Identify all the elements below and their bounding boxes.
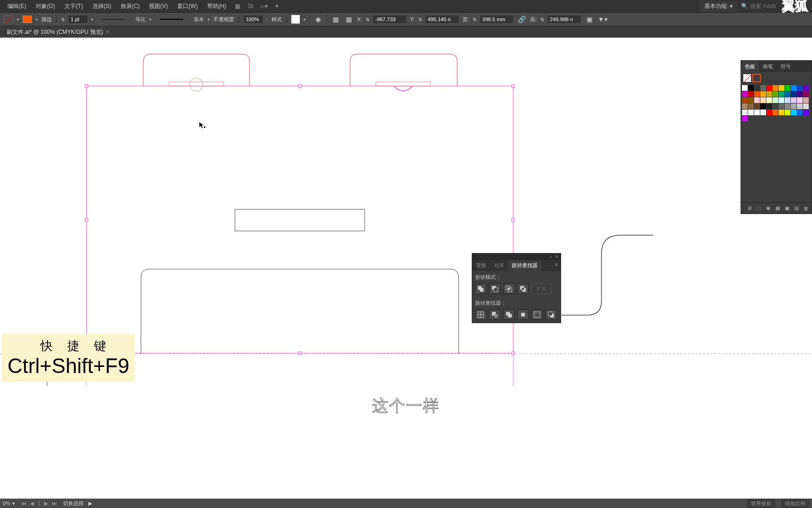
merge-button[interactable] (503, 310, 515, 320)
swatch-item[interactable] (779, 110, 784, 115)
swatch-item[interactable] (791, 97, 796, 103)
canvas[interactable]: 快 捷 键 Ctrl+Shift+F9 这个一样 (0, 38, 812, 499)
swatch-item[interactable] (773, 110, 778, 115)
swatch-item[interactable] (742, 110, 748, 115)
close-icon[interactable]: ✕ (555, 254, 559, 259)
fill-picker-none[interactable] (743, 74, 751, 82)
brush-definition[interactable] (155, 16, 188, 22)
swatch-item[interactable] (766, 85, 772, 91)
swatch-item[interactable] (742, 97, 748, 103)
swatch-item[interactable] (754, 97, 760, 103)
crop-button[interactable] (517, 310, 529, 320)
swatch-item[interactable] (791, 91, 796, 97)
swatch-item[interactable] (760, 110, 766, 115)
swatch-item[interactable] (779, 91, 784, 97)
swatch-item[interactable] (766, 110, 772, 115)
swatch-item[interactable] (791, 85, 796, 91)
swatch-item[interactable] (754, 110, 760, 115)
tab-symbols[interactable]: 符号 (777, 61, 795, 72)
w-field[interactable] (480, 16, 513, 23)
swatch-item[interactable] (803, 85, 809, 91)
swatch-item[interactable] (773, 91, 778, 97)
menu-object[interactable]: 对象(O) (32, 0, 59, 12)
swatches-panel[interactable]: 色板 画笔 符号 ⊞ ⬚ ◉ ▦ ▣ ▤ 🗑 (741, 60, 812, 214)
recolor-icon[interactable]: ◉ (313, 15, 323, 24)
gpu-icon[interactable]: ✦ (271, 1, 282, 11)
swatch-item[interactable] (785, 91, 790, 97)
swatch-item[interactable] (760, 97, 766, 103)
swatch-item[interactable] (773, 97, 778, 103)
stepper-icon[interactable]: ⇅ (540, 17, 544, 22)
swatch-item[interactable] (803, 110, 809, 115)
swatch-item[interactable] (748, 85, 754, 91)
swatch-item[interactable] (797, 91, 803, 97)
swatches-options-icon[interactable]: ◉ (766, 205, 771, 211)
tab-pathfinder[interactable]: 路径查找器 (508, 260, 541, 271)
expand-button[interactable]: 扩展 (531, 284, 551, 294)
menu-edit[interactable]: 编辑(E) (4, 0, 30, 12)
swatch-item[interactable] (742, 85, 748, 91)
swatch-item[interactable] (748, 103, 754, 109)
unite-button[interactable] (475, 284, 486, 294)
divide-button[interactable] (475, 310, 486, 320)
swatch-item[interactable] (754, 103, 760, 109)
swatch-item[interactable] (791, 110, 796, 115)
swatch-item[interactable] (760, 103, 766, 109)
swatch-item[interactable] (791, 103, 796, 109)
swatch-item[interactable] (754, 91, 760, 97)
stepper-icon[interactable]: ⇅ (473, 17, 476, 22)
bridge-icon[interactable]: ▦ (232, 1, 243, 11)
swatch-item[interactable] (754, 85, 760, 91)
menu-select[interactable]: 选择(S) (89, 0, 115, 12)
transform-icon[interactable]: ▣ (585, 15, 594, 24)
stroke-swatch[interactable] (23, 16, 32, 23)
swatch-item[interactable] (797, 97, 803, 103)
document-tab[interactable]: 刷文件.ai* @ 100% (CMYK/GPU 预览) × (2, 26, 114, 38)
panel-menu-icon[interactable]: ≡ (552, 260, 561, 271)
minus-front-button[interactable] (489, 284, 500, 294)
variable-width-profile[interactable] (97, 16, 130, 22)
fill-dropdown[interactable]: ▾ (17, 17, 19, 22)
swatch-item[interactable] (785, 110, 790, 115)
x-field[interactable] (373, 16, 406, 23)
stepper-icon[interactable]: ⇅ (418, 17, 422, 22)
stroke-dropdown[interactable]: ▾ (36, 17, 38, 22)
swatch-item[interactable] (760, 85, 766, 91)
swatch-item[interactable] (742, 103, 748, 109)
swatch-item[interactable] (766, 103, 772, 109)
stroke-weight-field[interactable] (69, 16, 87, 23)
align-icon[interactable]: ▦ (331, 15, 340, 24)
fill-swatch[interactable] (4, 16, 13, 23)
intersect-button[interactable] (503, 284, 515, 294)
collapse-icon[interactable]: « (550, 254, 552, 259)
exclude-button[interactable] (517, 284, 529, 294)
menu-window[interactable]: 窗口(W) (173, 0, 201, 12)
swatch-item[interactable] (742, 91, 748, 97)
link-icon[interactable]: 🔗 (517, 15, 526, 24)
zoom-value[interactable]: 0% (3, 500, 10, 506)
stepper-icon[interactable]: ⇅ (61, 17, 65, 22)
swatch-item[interactable] (803, 97, 809, 103)
graphic-style-swatch[interactable] (291, 15, 300, 24)
new-group-icon[interactable]: ▣ (785, 205, 789, 211)
swatch-item[interactable] (760, 91, 766, 97)
workspace-switcher[interactable]: 基本功能 ▾ (700, 1, 737, 12)
swatch-item[interactable] (766, 97, 772, 103)
tab-swatches[interactable]: 色板 (741, 61, 759, 72)
stepper-icon[interactable]: ⇅ (366, 17, 369, 22)
menu-help[interactable]: 帮助(H) (203, 0, 230, 12)
swatch-item[interactable] (785, 103, 790, 109)
swatch-item[interactable] (779, 85, 784, 91)
trim-button[interactable] (489, 310, 500, 320)
opacity-field[interactable] (244, 16, 263, 23)
play-icon[interactable]: ▶ (88, 500, 92, 507)
outline-button[interactable] (531, 310, 543, 320)
y-field[interactable] (426, 16, 459, 23)
scale-mode[interactable]: 缩放比例 (781, 499, 809, 508)
swatch-item[interactable] (803, 91, 809, 97)
artboard-nav[interactable]: ⏮◀1▶⏭ (20, 500, 58, 507)
tab-transform[interactable]: 变换 (472, 260, 490, 271)
swatch-item[interactable] (797, 103, 803, 109)
stroke-picker[interactable] (752, 74, 761, 82)
stock-icon[interactable]: St (245, 1, 256, 11)
